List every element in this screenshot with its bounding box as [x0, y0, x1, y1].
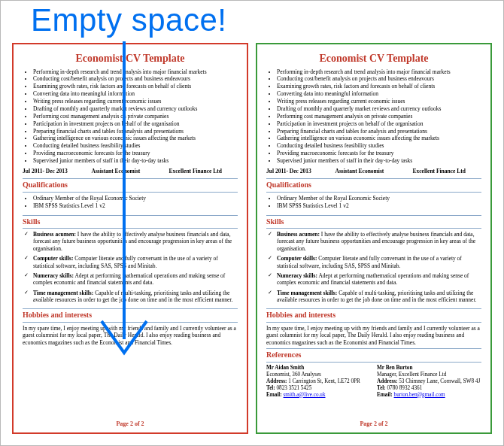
job-line: Jul 2011- Dec 2013 Assistant Economist E…: [23, 168, 238, 174]
list-item: Time management skills: Capable of multi…: [277, 290, 481, 304]
list-item: Converting data into meaningful informat…: [277, 90, 481, 97]
empty-space: [23, 346, 238, 417]
ref-email-link[interactable]: burton.ben@gmail.com: [394, 392, 445, 398]
list-item: Writing press releases regarding current…: [33, 98, 238, 105]
section-references: References: [266, 348, 481, 363]
list-item: Computer skills: Computer literate and f…: [33, 255, 238, 269]
list-item: Examining growth rates, risk factors and…: [33, 83, 238, 90]
page-comparison: Economist CV Template Performing in-dept…: [12, 43, 492, 434]
list-item: Performing in-depth research and trend a…: [277, 68, 481, 75]
qualifications-list: Ordinary Member of the Royal Economic So…: [23, 195, 238, 210]
hobbies-text: In my spare time, I enjoy meeting up wit…: [266, 325, 481, 346]
job-role: Assistant Economist: [92, 168, 169, 174]
list-item: Performing cost management analysis on p…: [277, 113, 481, 120]
duties-list: Performing in-depth research and trend a…: [23, 68, 238, 165]
list-item: Writing press releases regarding current…: [277, 98, 481, 105]
ref-address: 53 Chimney Lane, Cornwall, SW8 4J: [397, 378, 480, 384]
list-item: Performing in-depth research and trend a…: [33, 68, 238, 75]
list-item: Gathering intelligence on various econom…: [33, 135, 238, 141]
section-hobbies: Hobbies and interests: [23, 308, 238, 323]
cv-title: Economist CV Template: [266, 52, 481, 65]
list-item: Numeracy skills: Adept at performing mat…: [33, 272, 238, 287]
job-dates: Jul 2011- Dec 2013: [266, 168, 335, 174]
ref-email-link[interactable]: smith.a@live.co.uk: [284, 392, 326, 398]
list-item: Conducting cost/benefit analysis on proj…: [277, 75, 481, 82]
list-item: Participation in investment projects on …: [33, 120, 238, 127]
page-footer: Page 2 of 2: [266, 420, 481, 428]
list-item: Supervised junior members of staff in th…: [33, 157, 238, 164]
skills-list: Business acumen: I have the ability to e…: [266, 231, 481, 306]
ref-tel: 0823 3521 5425: [275, 385, 312, 391]
list-item: Providing macroeconomic forecasts for th…: [277, 150, 481, 156]
page-footer: Page 2 of 2: [23, 420, 238, 428]
list-item: Drafting of monthly and quarterly market…: [277, 105, 481, 112]
job-role: Assistant Economist: [335, 168, 413, 174]
ref-address: 1 Carrington St, Kent, LE72 0PR: [287, 378, 360, 384]
job-employer: Excellent Finance Ltd: [412, 168, 481, 174]
list-item: Conducting detailed business feasibility…: [277, 142, 481, 149]
list-item: IBM SPSS Statistics Level 1 v2: [277, 202, 481, 209]
skill-name: Computer skills:: [277, 255, 317, 262]
cv-page-left: Economist CV Template Performing in-dept…: [12, 43, 248, 434]
list-item: Supervised junior members of staff in th…: [277, 157, 481, 164]
skill-name: Computer skills:: [33, 255, 73, 262]
skill-name: Numeracy skills:: [277, 272, 317, 279]
spacer: [266, 399, 481, 418]
qualifications-list: Ordinary Member of the Royal Economic So…: [266, 195, 481, 210]
job-employer: Excellent Finance Ltd: [169, 168, 238, 174]
list-item: Computer skills: Computer literate and f…: [277, 255, 481, 269]
section-qualifications: Qualifications: [23, 178, 238, 193]
list-item: Ordinary Member of the Royal Economic So…: [33, 195, 238, 202]
skill-name: Numeracy skills:: [33, 272, 74, 279]
skill-name: Time management skills:: [277, 290, 337, 296]
list-item: Conducting cost/benefit analysis on proj…: [33, 75, 238, 82]
list-item: Examining growth rates, risk factors and…: [277, 83, 481, 90]
list-item: Preparing financial charts and tables fo…: [33, 128, 238, 135]
ref-address-label: Address:: [266, 378, 287, 384]
ref-email-label: Email:: [377, 392, 393, 398]
ref-name: Mr Aidan Smith: [266, 365, 371, 372]
reference-2: Mr Ben Burton Manager, Excellent Finance…: [377, 365, 481, 399]
section-skills: Skills: [266, 215, 481, 229]
ref-title: Economist, 360 Analyses: [266, 372, 371, 378]
list-item: Gathering intelligence on various econom…: [277, 135, 481, 141]
skill-name: Business acumen:: [33, 231, 76, 238]
job-line: Jul 2011- Dec 2013 Assistant Economist E…: [266, 168, 481, 174]
list-item: Preparing financial charts and tables fo…: [277, 128, 481, 135]
annotation-label: Empty space!: [31, 2, 226, 38]
ref-tel-label: Tel:: [266, 385, 275, 391]
reference-1: Mr Aidan Smith Economist, 360 Analyses A…: [266, 365, 371, 399]
list-item: Providing macroeconomic forecasts for th…: [33, 150, 238, 156]
list-item: Performing cost management analysis on p…: [33, 113, 238, 120]
list-item: Drafting of monthly and quarterly market…: [33, 105, 238, 112]
skill-name: Business acumen:: [277, 231, 320, 238]
list-item: Numeracy skills: Adept at performing mat…: [277, 272, 481, 287]
list-item: Ordinary Member of the Royal Economic So…: [277, 195, 481, 202]
ref-title: Manager, Excellent Finance Ltd: [377, 372, 481, 378]
job-dates: Jul 2011- Dec 2013: [23, 168, 92, 174]
section-skills: Skills: [23, 215, 238, 229]
duties-list: Performing in-depth research and trend a…: [266, 68, 481, 165]
list-item: Time management skills: Capable of multi…: [33, 290, 238, 304]
ref-tel-label: Tel:: [377, 385, 386, 391]
ref-address-label: Address:: [377, 378, 397, 384]
section-qualifications: Qualifications: [266, 178, 481, 193]
list-item: Participation in investment projects on …: [277, 120, 481, 127]
ref-tel: 0780 8932 4361: [386, 385, 423, 391]
list-item: Business acumen: I have the ability to e…: [33, 231, 238, 252]
skill-name: Time management skills:: [33, 290, 93, 296]
references-block: Mr Aidan Smith Economist, 360 Analyses A…: [266, 365, 481, 399]
ref-name: Mr Ben Burton: [377, 365, 481, 372]
list-item: Converting data into meaningful informat…: [33, 90, 238, 97]
ref-email-label: Email:: [266, 392, 282, 398]
cv-title: Economist CV Template: [23, 52, 238, 65]
list-item: Conducting detailed business feasibility…: [33, 142, 238, 149]
list-item: Business acumen: I have the ability to e…: [277, 231, 481, 252]
list-item: IBM SPSS Statistics Level 1 v2: [33, 202, 238, 209]
hobbies-text: In my spare time, I enjoy meeting up wit…: [23, 325, 238, 346]
cv-page-right: Economist CV Template Performing in-dept…: [256, 43, 492, 434]
skills-list: Business acumen: I have the ability to e…: [23, 231, 238, 306]
section-hobbies: Hobbies and interests: [266, 308, 481, 323]
